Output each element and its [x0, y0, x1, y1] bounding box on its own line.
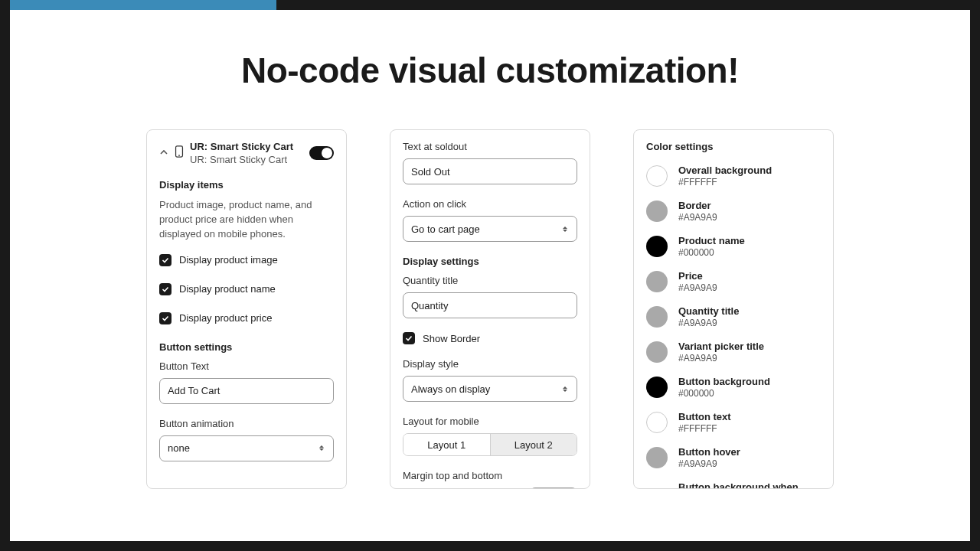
chevron-up-icon[interactable]: [159, 146, 168, 160]
select-caret-icon: [561, 386, 569, 392]
checkbox-label: Show Border: [423, 333, 480, 344]
panel-display-settings: Text at soldout Sold Out Action on click…: [390, 129, 590, 489]
quantity-title-input[interactable]: Quantity: [403, 292, 577, 318]
color-row[interactable]: Price#A9A9A9: [646, 270, 821, 293]
color-row[interactable]: Button text#FFFFFF: [646, 411, 821, 434]
color-swatch: [646, 377, 668, 398]
checkbox-label: Display product price: [179, 312, 272, 324]
layout-segmented-control: Layout 1 Layout 2: [403, 433, 577, 456]
button-settings-heading: Button settings: [159, 341, 334, 353]
color-name: Button background: [678, 376, 770, 387]
check-icon: [403, 332, 415, 344]
color-swatch: [646, 412, 668, 433]
checkbox-label: Display product image: [179, 254, 278, 266]
color-row[interactable]: Button background#000000: [646, 376, 821, 399]
action-on-click-select[interactable]: Go to cart page: [403, 216, 577, 242]
color-hex: #A9A9A9: [678, 458, 740, 469]
button-animation-select[interactable]: none: [159, 435, 334, 461]
select-value: Go to cart page: [411, 223, 480, 235]
color-row[interactable]: Variant picker title#A9A9A9: [646, 341, 821, 364]
page: No-code visual customization! UR: Smart …: [10, 10, 970, 541]
panel-display-items: UR: Smart Sticky Cart UR: Smart Sticky C…: [146, 129, 347, 489]
color-hex: #FFFFFF: [678, 423, 731, 434]
button-animation-label: Button animation: [159, 418, 334, 429]
color-settings-heading: Color settings: [646, 141, 821, 152]
select-caret-icon: [561, 227, 569, 232]
action-on-click-label: Action on click: [403, 198, 577, 210]
checkbox-display-image[interactable]: Display product image: [159, 254, 334, 266]
checkbox-show-border[interactable]: Show Border: [403, 332, 577, 344]
color-hex: #000000: [678, 247, 745, 258]
color-swatch: [646, 341, 668, 363]
color-name: Button hover: [678, 446, 740, 458]
layout-option-2[interactable]: Layout 2: [490, 434, 577, 455]
display-settings-heading: Display settings: [403, 256, 577, 267]
page-title: No-code visual customization!: [10, 50, 970, 91]
color-hex: #A9A9A9: [678, 353, 764, 364]
color-swatch: [646, 165, 668, 187]
button-text-input[interactable]: Add To Cart: [159, 378, 334, 404]
color-row[interactable]: Button hover#A9A9A9: [646, 446, 821, 469]
panels-row: UR: Smart Sticky Cart UR: Smart Sticky C…: [10, 129, 970, 489]
color-row[interactable]: Quantity title#A9A9A9: [646, 305, 821, 328]
display-style-label: Display style: [403, 358, 577, 370]
checkbox-display-price[interactable]: Display product price: [159, 312, 334, 324]
select-value: none: [168, 442, 190, 454]
margin-label: Margin top and bottom: [403, 470, 577, 481]
soldout-text-label: Text at soldout: [403, 141, 577, 152]
phone-icon: [175, 145, 184, 161]
app-title: UR: Smart Sticky Cart: [190, 141, 303, 152]
color-hex: #000000: [678, 388, 770, 399]
margin-input[interactable]: [530, 487, 577, 489]
check-icon: [159, 312, 172, 324]
input-value: Quantity: [411, 300, 448, 311]
color-row[interactable]: Border#A9A9A9: [646, 200, 821, 223]
color-hex: #A9A9A9: [678, 282, 717, 293]
color-swatch: [646, 488, 668, 490]
panel-color-settings: Color settings Overall background#FFFFFF…: [633, 129, 834, 489]
check-icon: [159, 283, 172, 295]
svg-rect-1: [178, 155, 180, 155]
checkbox-label: Display product name: [179, 283, 276, 295]
color-name: Variant picker title: [678, 341, 764, 352]
input-value: Sold Out: [411, 166, 450, 178]
checkbox-display-name[interactable]: Display product name: [159, 283, 334, 295]
color-name: Border: [678, 200, 717, 211]
select-caret-icon: [318, 445, 325, 451]
color-name: Button background when sold out: [678, 481, 821, 489]
display-items-heading: Display items: [159, 179, 334, 191]
color-hex: #A9A9A9: [678, 318, 739, 328]
color-swatch: [646, 306, 668, 328]
app-header: UR: Smart Sticky Cart UR: Smart Sticky C…: [159, 141, 334, 165]
color-swatch: [646, 447, 668, 468]
color-name: Quantity title: [678, 305, 739, 317]
color-swatch: [646, 236, 668, 257]
layout-option-1[interactable]: Layout 1: [403, 434, 490, 455]
color-name: Price: [678, 270, 717, 282]
color-row[interactable]: Product name#000000: [646, 235, 821, 258]
color-name: Overall background: [678, 165, 772, 176]
button-text-label: Button Text: [159, 360, 334, 372]
color-swatch: [646, 271, 668, 292]
check-icon: [159, 254, 172, 266]
color-name: Product name: [678, 235, 745, 246]
display-style-select[interactable]: Always on display: [403, 376, 577, 402]
color-row[interactable]: Button background when sold out#A9A9A9: [646, 481, 821, 489]
select-value: Always on display: [411, 383, 490, 395]
color-name: Button text: [678, 411, 731, 422]
enable-toggle[interactable]: [309, 146, 334, 160]
color-row[interactable]: Overall background#FFFFFF: [646, 165, 821, 187]
color-hex: #FFFFFF: [678, 177, 772, 187]
quantity-title-label: Quantity title: [403, 275, 577, 286]
soldout-text-input[interactable]: Sold Out: [403, 158, 577, 184]
display-items-help: Product image, product name, and product…: [159, 198, 334, 242]
app-subtitle: UR: Smart Sticky Cart: [190, 154, 303, 165]
color-swatch: [646, 201, 668, 222]
layout-mobile-label: Layout for mobile: [403, 416, 577, 427]
color-hex: #A9A9A9: [678, 212, 717, 223]
input-value: Add To Cart: [168, 385, 220, 396]
